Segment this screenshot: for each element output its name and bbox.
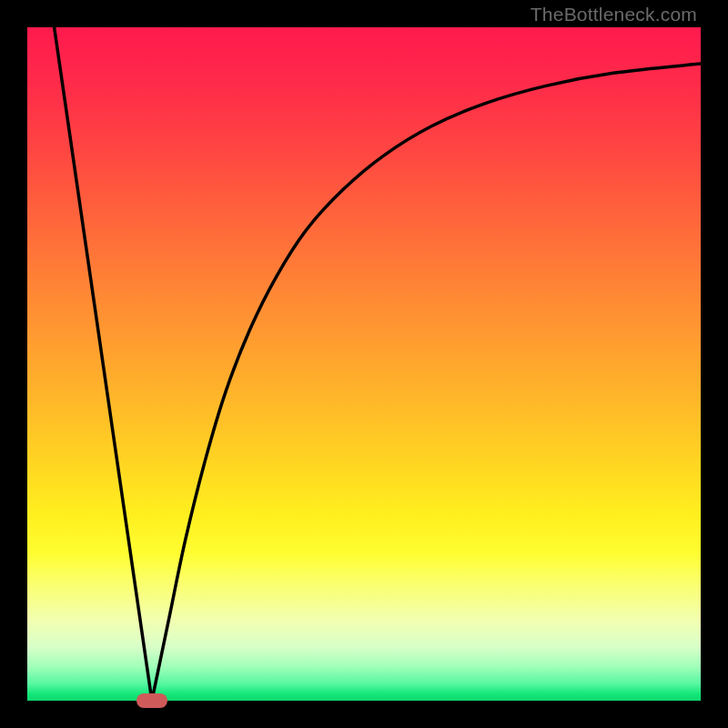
- optimum-marker: [136, 693, 167, 708]
- chart-frame: TheBottleneck.com: [0, 0, 728, 728]
- plot-area: [27, 27, 701, 701]
- bottleneck-curve: [27, 27, 701, 701]
- watermark-text: TheBottleneck.com: [531, 4, 697, 25]
